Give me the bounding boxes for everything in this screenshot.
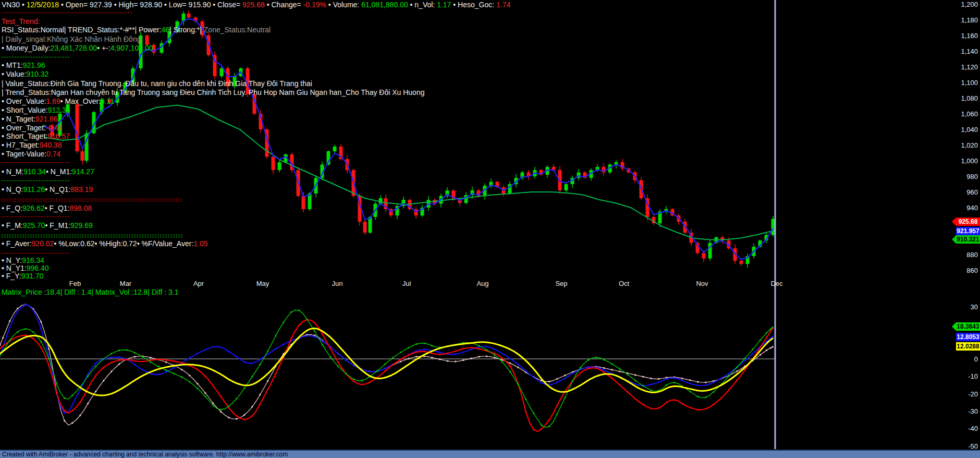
price-axis-tick: 1,120 bbox=[947, 63, 978, 71]
indicator-text-line: • F_Q:926.62• F_Q1:898.08 bbox=[2, 204, 92, 212]
oscillator-axis-tick: -30 bbox=[947, 407, 978, 415]
indicator-text-segment: 6.11 bbox=[101, 97, 114, 105]
indicator-text-line: • MT1:921.96 bbox=[2, 61, 45, 69]
oscillator-axis-tick: -20 bbox=[947, 390, 978, 398]
indicator-text-segment: • Short_Taget: bbox=[2, 132, 47, 140]
oscillator-pane-title: Matrix_Price :18.4| Diff : 1.4| Matrix_V… bbox=[2, 288, 179, 296]
indicator-text-segment: • H7_Taget: bbox=[2, 141, 40, 149]
indicator-text-segment: • +-: bbox=[97, 44, 111, 52]
indicator-text-line: • Over_Value:1.69• Max_Over:6.11 bbox=[2, 97, 114, 105]
indicator-text-segment: 926.62 bbox=[22, 204, 45, 212]
indicator-text-segment: • %Low: bbox=[54, 239, 80, 248]
oscillator-axis-tick: -40 bbox=[947, 425, 978, 432]
indicator-text-segment: • %F/Value_Aver: bbox=[137, 239, 194, 248]
tag-arrow-icon bbox=[952, 322, 956, 331]
oscillator-axis-tick: -50 bbox=[947, 442, 978, 450]
indicator-text-segment: 883.19 bbox=[71, 185, 93, 194]
indicator-text-segment: 4,907,104.00 bbox=[111, 44, 153, 52]
header-segment: 1.74 bbox=[496, 1, 510, 9]
indicator-text-segment: 916.34 bbox=[22, 256, 44, 264]
indicator-text-segment: 0.72 bbox=[123, 239, 137, 248]
price-axis-tick: 960 bbox=[947, 188, 978, 196]
price-axis-tick: 980 bbox=[947, 173, 978, 180]
indicator-text-segment: • N_Q1: bbox=[45, 185, 70, 194]
indicator-text-line: Test_Trend: bbox=[2, 17, 40, 26]
indicator-text-segment: 996.40 bbox=[27, 264, 49, 272]
oscillator-axis-tick: 0 bbox=[947, 355, 978, 363]
separator-dash-line bbox=[2, 253, 69, 254]
indicator-text-segment: 914.27 bbox=[72, 167, 94, 176]
indicator-text-line: • N_Q:911.26• N_Q1:883.19 bbox=[2, 185, 93, 194]
indicator-text-line: • N_Y:916.34 bbox=[2, 256, 44, 264]
oscillator-last-value-tag: 12.0288 bbox=[956, 342, 980, 351]
indicator-text-segment: 910.34 bbox=[23, 167, 46, 176]
indicator-text-segment: • Taget-Value: bbox=[2, 150, 46, 158]
price-last-value-tag: 910.321 bbox=[956, 235, 980, 244]
tag-arrow-icon bbox=[952, 218, 956, 226]
price-last-value-tag: 921.957 bbox=[956, 227, 980, 235]
indicator-text-segment: • %High: bbox=[94, 239, 123, 248]
indicator-text-segment: 0.74 bbox=[46, 150, 60, 158]
price-axis-tick: 1,000 bbox=[947, 157, 978, 165]
indicator-text-segment: • Max_Over: bbox=[60, 97, 101, 105]
oscillator-last-value-tag: 18.3643 bbox=[956, 322, 980, 331]
indicator-text-segment: 898.08 bbox=[69, 204, 92, 212]
header-segment: • Open= 927.39 • High= 928.90 • Low= 915… bbox=[59, 1, 242, 9]
indicator-text-segment: 921.96 bbox=[23, 61, 45, 69]
indicator-text-segment: • N_Taget: bbox=[2, 115, 35, 123]
indicator-text-line: | Trend_Status:Ngan Han chuyên tu Tang T… bbox=[2, 88, 424, 97]
indicator-text-line: • F_Aver:920.02• %Low:0.62• %High:0.72• … bbox=[2, 239, 208, 248]
indicator-text-segment: • N_Y1: bbox=[2, 264, 27, 272]
indicator-text-segment: • F_M1: bbox=[45, 221, 70, 230]
indicator-text-segment: | Strong:*| bbox=[169, 26, 204, 34]
indicator-text-line: | Value_Status:Đinh Gia Tang Truong. Đâu… bbox=[2, 79, 312, 88]
indicator-text-segment: • N_Q: bbox=[2, 185, 23, 194]
separator-dash-line bbox=[2, 216, 69, 217]
header-segment: • Volume: bbox=[326, 1, 361, 9]
indicator-text-segment: • Money_Daily: bbox=[2, 44, 51, 52]
header-segment: • n_Vol: bbox=[408, 1, 437, 9]
indicator-text-segment: 929.69 bbox=[70, 221, 93, 230]
indicator-text-segment: • MT1: bbox=[2, 61, 23, 69]
indicator-text-segment: | Trend_Status:Ngan Han chuyên tu Tang T… bbox=[2, 88, 424, 97]
header-segment: • bbox=[20, 1, 27, 9]
indicator-text-segment: • N_M1: bbox=[46, 167, 72, 176]
price-axis-tick: 880 bbox=[947, 251, 978, 259]
price-axis-tick: 940 bbox=[947, 204, 978, 212]
price-axis-tick: 1,140 bbox=[947, 47, 978, 55]
price-last-value-tag: 925.68 bbox=[956, 218, 980, 226]
month-label-oct: Oct bbox=[619, 280, 629, 287]
header-segment: -0.19% bbox=[303, 1, 326, 9]
header-segment: 925.68 bbox=[242, 1, 265, 9]
indicator-text-segment: 916.57 bbox=[47, 132, 70, 140]
indicator-text-line: • Taget-Value:0.74 bbox=[2, 150, 60, 158]
indicator-text-segment: 911.26 bbox=[23, 185, 45, 194]
indicator-text-segment: 925.70 bbox=[23, 221, 45, 230]
header-segment: 1.17 bbox=[437, 1, 451, 9]
indicator-text-segment: 910.32 bbox=[26, 70, 48, 78]
month-label-may: May bbox=[256, 280, 270, 287]
price-axis-tick: 860 bbox=[947, 267, 978, 274]
indicator-text-line: • Money_Daily:23,481,728.00• +-:4,907,10… bbox=[2, 44, 153, 52]
month-label-sep: Sep bbox=[555, 280, 567, 287]
indicator-text-segment: 920.02 bbox=[32, 239, 54, 248]
indicator-text-segment: • Over_Value: bbox=[2, 97, 46, 105]
header-segment: • Change= bbox=[265, 1, 303, 9]
price-axis-tick: 1,160 bbox=[947, 32, 978, 40]
price-axis-tick: 1,060 bbox=[947, 110, 978, 118]
amibroker-chart-window: VN30 • 12/5/2018 • Open= 927.39 • High= … bbox=[0, 0, 980, 458]
status-bar: Created with AmiBroker - advanced charti… bbox=[0, 450, 980, 458]
price-axis-tick: 1,100 bbox=[947, 79, 978, 87]
indicator-text-segment: • N_Y: bbox=[2, 256, 22, 264]
indicator-text-segment: 921.86 bbox=[35, 115, 58, 123]
indicator-text-line: • Value:910.32 bbox=[2, 70, 48, 78]
price-axis-tick: 1,040 bbox=[947, 126, 978, 134]
indicator-text-segment: 940.38 bbox=[40, 141, 62, 149]
indicator-text-segment: • F_Y: bbox=[2, 272, 21, 280]
oscillator-last-value-tag: 12.8053 bbox=[956, 333, 980, 341]
indicator-text-segment: • Over_Taget: bbox=[2, 124, 46, 132]
indicator-text-segment: • F_Aver: bbox=[2, 239, 32, 248]
header-segment: 61,081,880.00 bbox=[361, 1, 408, 9]
header-segment: 12/5/2018 bbox=[27, 1, 59, 9]
price-axis-tick: 1,080 bbox=[947, 94, 978, 102]
